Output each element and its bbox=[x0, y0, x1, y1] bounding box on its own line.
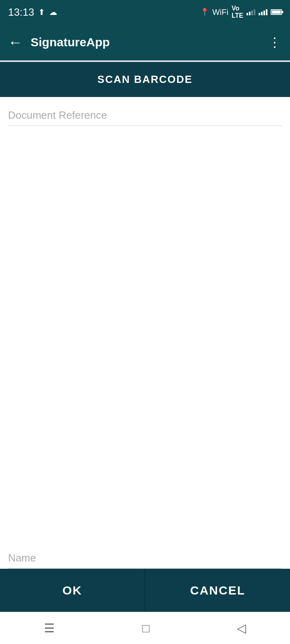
cancel-button[interactable]: CANCEL bbox=[145, 569, 290, 612]
nav-back-icon[interactable]: ◁ bbox=[237, 621, 246, 635]
nav-home-icon[interactable]: □ bbox=[142, 621, 149, 635]
location-icon: 📍 bbox=[200, 8, 209, 17]
document-reference-input[interactable] bbox=[8, 109, 282, 122]
toolbar: ← SignatureApp ⋮ bbox=[0, 24, 290, 60]
bottom-buttons: OK CANCEL bbox=[0, 569, 290, 612]
battery-icon bbox=[271, 9, 282, 15]
status-bar: 13:13 ⬆ ☁ 📍 WiFi VoLTE bbox=[0, 0, 290, 24]
status-time: 13:13 bbox=[8, 6, 34, 19]
volte-icon: VoLTE bbox=[232, 5, 243, 19]
wifi-icon: WiFi bbox=[212, 8, 228, 17]
signal-bars-1 bbox=[246, 9, 255, 15]
nav-bar: ☰ □ ◁ bbox=[0, 612, 290, 644]
status-bar-right: 📍 WiFi VoLTE bbox=[200, 5, 282, 19]
document-reference-container bbox=[8, 97, 282, 126]
overflow-menu-button[interactable]: ⋮ bbox=[268, 35, 282, 50]
name-input[interactable] bbox=[8, 552, 282, 564]
signal-bars-2 bbox=[259, 9, 267, 15]
nav-menu-icon[interactable]: ☰ bbox=[44, 621, 55, 635]
ok-button[interactable]: OK bbox=[0, 569, 145, 612]
usb-icon: ⬆ bbox=[38, 7, 45, 17]
content-area bbox=[0, 97, 290, 569]
content-spacer bbox=[8, 134, 282, 544]
app-title: SignatureApp bbox=[31, 35, 268, 49]
name-container bbox=[8, 544, 282, 569]
back-button[interactable]: ← bbox=[8, 35, 23, 50]
scan-barcode-button[interactable]: SCAN BARCODE bbox=[8, 73, 282, 86]
scan-barcode-section: SCAN BARCODE bbox=[0, 62, 290, 97]
status-bar-left: 13:13 ⬆ ☁ bbox=[8, 6, 57, 19]
cloud-icon: ☁ bbox=[49, 7, 57, 17]
